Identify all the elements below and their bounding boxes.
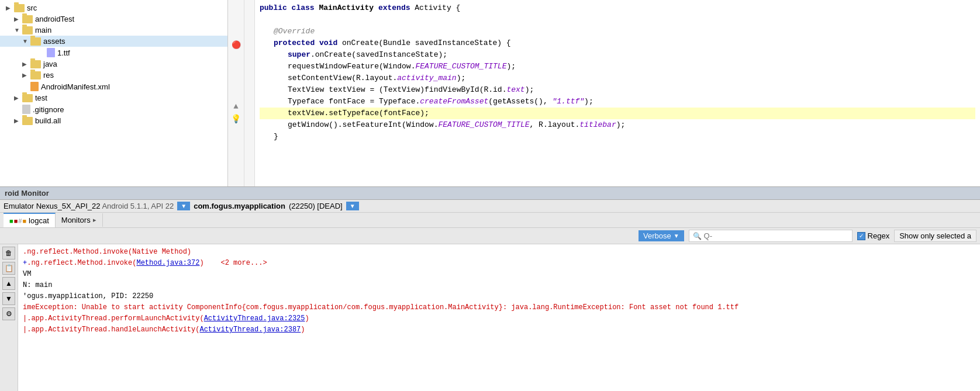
- gutter-breakpoint-indicator[interactable]: 🔴: [232, 39, 241, 51]
- assets-label: assets: [43, 37, 65, 46]
- code-line-7: setContentView(R.layout.activity_main);: [260, 72, 975, 84]
- gutter-line-numbers: [244, 0, 255, 186]
- code-line-5: super.onCreate(savedInstanceState);: [260, 49, 975, 61]
- code-lines-container[interactable]: public class MainActivity extends Activi…: [255, 0, 980, 186]
- top-section: ▶ src ▶ androidTest ▼ main ▼ assets 1.tt…: [0, 0, 980, 187]
- tree-item-res[interactable]: ▶ res: [0, 70, 227, 81]
- log-line-6: imeException: Unable to start activity C…: [18, 302, 980, 313]
- monitor-section: roid Monitor Emulator Nexus_5X_API_22 An…: [0, 187, 980, 391]
- device-dropdown-btn[interactable]: ▼: [177, 202, 190, 210]
- tree-item-1ttf[interactable]: 1.ttf: [0, 47, 227, 58]
- log-text-2a: .ng.reflect.Method.invoke(: [27, 258, 136, 269]
- device-name-text: Emulator Nexus_5X_API_22: [4, 202, 100, 210]
- tree-item-test[interactable]: ▶ test: [0, 92, 227, 103]
- monitor-title: roid Monitor: [5, 189, 49, 198]
- gutter-up-arrow: ▲: [233, 101, 238, 112]
- search-input[interactable]: [704, 231, 844, 240]
- tree-item-buildall[interactable]: ▶ build.all: [0, 115, 227, 126]
- tree-item-androidtest[interactable]: ▶ androidTest: [0, 13, 227, 25]
- src-label: src: [27, 4, 37, 12]
- log-text-4: N: main: [23, 280, 52, 291]
- 1ttf-label: 1.ttf: [57, 49, 70, 57]
- test-folder-icon: [22, 94, 33, 102]
- tree-item-androidmanifest[interactable]: AndroidManifest.xml: [0, 81, 227, 92]
- test-arrow: ▶: [14, 95, 22, 101]
- log-text-7a: |.app.ActivityThread.performLaunchActivi…: [23, 313, 204, 324]
- app-dropdown-btn[interactable]: ▼: [346, 202, 359, 210]
- tab-logcat[interactable]: ■ ■ # ■ logcat: [4, 213, 56, 227]
- down-btn[interactable]: ▼: [2, 292, 15, 305]
- code-line-1: public class MainActivity extends Activi…: [260, 2, 975, 14]
- verbose-label: Verbose: [643, 231, 671, 240]
- logcat-icon-orange: ■: [22, 217, 26, 224]
- log-text-2b: ) <2 more...>: [199, 258, 267, 269]
- show-only-selected-btn[interactable]: Show only selected a: [894, 230, 976, 242]
- code-line-2: [260, 14, 975, 26]
- log-line-8: |.app.ActivityThread.handleLaunchActivit…: [18, 324, 980, 335]
- log-text-3: VM: [23, 269, 31, 280]
- trash-icon: 🗑: [5, 249, 12, 257]
- verbose-dropdown-arrow: ▼: [674, 233, 679, 239]
- res-folder-icon: [30, 71, 41, 79]
- androidmanifest-label: AndroidManifest.xml: [41, 82, 110, 91]
- app-name-text: com.fogus.myapplication: [194, 202, 285, 210]
- log-text-7b: ): [305, 313, 309, 324]
- java-folder-icon: [30, 60, 41, 68]
- code-line-8: TextView textView = (TextView)findViewBy…: [260, 84, 975, 96]
- test-label: test: [35, 94, 47, 102]
- java-label: java: [43, 60, 57, 68]
- log-expand-btn[interactable]: +: [23, 258, 27, 269]
- java-arrow: ▶: [22, 61, 30, 67]
- log-link-8[interactable]: ActivityThread.java:2387: [199, 324, 301, 335]
- tabs-bar: ■ ■ # ■ logcat Monitors ▸: [0, 213, 980, 228]
- log-link-2[interactable]: Method.java:372: [136, 258, 199, 269]
- res-arrow: ▶: [22, 72, 30, 78]
- settings-icon: ⚙: [6, 310, 12, 318]
- gitignore-icon: [22, 105, 30, 114]
- device-api-text: Android 5.1.1, API 22: [102, 202, 174, 210]
- scroll-top-btn[interactable]: 📋: [2, 262, 15, 275]
- androidtest-label: androidTest: [35, 15, 74, 23]
- verbose-dropdown-btn[interactable]: Verbose ▼: [639, 230, 684, 241]
- monitor-title-bar: roid Monitor: [0, 187, 980, 200]
- regex-label: Regex: [868, 231, 890, 240]
- gutter-space-1: [230, 2, 242, 14]
- tree-item-assets[interactable]: ▼ assets: [0, 36, 227, 47]
- buildall-folder-icon: [22, 117, 33, 125]
- gutter-warning-icon: 💡: [231, 113, 241, 124]
- settings-btn[interactable]: ⚙: [2, 307, 15, 320]
- log-text-8b: ): [301, 324, 305, 335]
- tree-item-src[interactable]: ▶ src: [0, 2, 227, 13]
- monitors-arrow-icon: ▸: [93, 216, 96, 224]
- code-line-10: textView.setTypeface(fontFace);: [260, 108, 975, 119]
- log-area[interactable]: .ng.reflect.Method.invoke(Native Method)…: [18, 244, 980, 391]
- tab-monitors-label: Monitors: [61, 216, 91, 224]
- code-editor: 🔴 ▲ 💡 public class MainActivity extends …: [228, 0, 980, 186]
- monitor-left-buttons: 🗑 📋 ▲ ▼ ⚙: [0, 244, 18, 391]
- app-dropdown-arrow: ▼: [350, 203, 356, 209]
- log-text-6: imeException: Unable to start activity C…: [23, 302, 739, 313]
- logcat-icon-green: ■: [9, 217, 13, 224]
- up-btn[interactable]: ▲: [2, 277, 15, 290]
- regex-checkbox[interactable]: ✓: [857, 232, 865, 240]
- code-line-3: @Override: [260, 26, 975, 37]
- log-line-7: |.app.ActivityThread.performLaunchActivi…: [18, 313, 980, 324]
- tree-item-java[interactable]: ▶ java: [0, 58, 227, 70]
- down-icon: ▼: [5, 295, 12, 303]
- log-text-5: 'ogus.myapplication, PID: 22250: [23, 291, 153, 302]
- clear-log-btn[interactable]: 🗑: [2, 247, 15, 259]
- code-line-4: protected void onCreate(Bundle savedInst…: [260, 37, 975, 49]
- main-arrow: ▼: [14, 27, 22, 33]
- device-label: Emulator Nexus_5X_API_22 Android 5.1.1, …: [4, 202, 174, 210]
- scroll-top-icon: 📋: [5, 264, 13, 272]
- src-arrow: ▶: [6, 5, 14, 11]
- tab-monitors[interactable]: Monitors ▸: [56, 213, 103, 227]
- tree-item-main[interactable]: ▼ main: [0, 25, 227, 36]
- show-only-label: Show only selected a: [899, 231, 971, 240]
- tree-item-gitignore[interactable]: .gitignore: [0, 103, 227, 115]
- logcat-icon-hash: #: [18, 217, 22, 224]
- logcat-icon-red: ■: [14, 217, 18, 224]
- monitor-body: 🗑 📋 ▲ ▼ ⚙ .ng.reflect.Method.invoke(Nati…: [0, 244, 980, 391]
- res-label: res: [43, 71, 54, 79]
- log-link-7[interactable]: ActivityThread.java:2325: [204, 313, 305, 324]
